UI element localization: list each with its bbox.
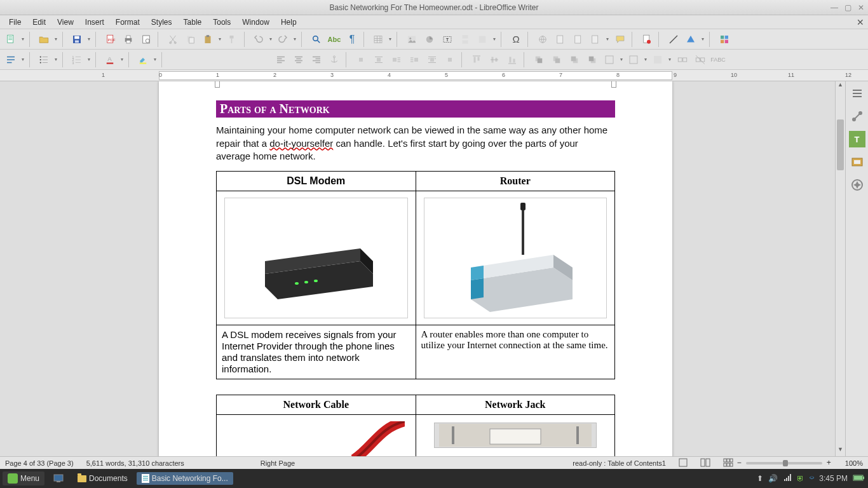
status-word-count[interactable]: 5,611 words, 31,310 characters	[86, 459, 184, 467]
formatting-marks-button[interactable]: ¶	[344, 32, 360, 47]
tray-shield-icon[interactable]: ⛨	[797, 474, 804, 483]
menu-edit[interactable]: Edit	[27, 17, 51, 28]
insert-cross-reference-button	[588, 32, 610, 47]
tray-battery-icon[interactable]	[853, 474, 865, 484]
ruler-tick: 9	[674, 72, 677, 78]
menu-tools[interactable]: Tools	[208, 17, 236, 28]
new-doc-button[interactable]	[4, 32, 25, 47]
ruler-tick: 11	[788, 72, 794, 78]
insert-special-char-button[interactable]: Ω	[508, 32, 524, 47]
ruler-tick: 12	[845, 72, 851, 78]
sidebar-menu-icon[interactable]	[849, 85, 865, 102]
status-readonly: read-only : Table of Contents1	[573, 459, 666, 467]
scroll-down-arrow[interactable]: ▼	[836, 446, 845, 456]
svg-point-79	[295, 282, 299, 285]
svg-rect-93	[679, 459, 687, 466]
track-changes-button[interactable]	[639, 32, 654, 47]
vertical-scrollbar[interactable]: ▲ ▼	[835, 81, 845, 456]
insert-comment-button	[613, 32, 628, 47]
insert-table-button	[371, 32, 393, 47]
menu-styles[interactable]: Styles	[146, 17, 177, 28]
tray-bluetooth-icon[interactable]: ⌔	[810, 474, 814, 483]
highlight-color-button[interactable]	[136, 52, 158, 67]
svg-rect-54	[393, 58, 397, 62]
draw-line-button[interactable]	[666, 32, 681, 47]
show-desktop-button[interactable]	[48, 472, 69, 485]
svg-rect-11	[126, 40, 130, 43]
status-page[interactable]: Page 4 of 33 (Page 3)	[5, 459, 74, 467]
svg-rect-3	[8, 39, 12, 40]
status-multi-icon[interactable]	[723, 458, 733, 468]
router-image	[424, 198, 607, 318]
sidebar-gallery-icon[interactable]	[849, 154, 865, 170]
print-preview-button[interactable]	[139, 32, 154, 47]
document-canvas[interactable]: Parts of a Network Maintaining your home…	[0, 81, 835, 456]
show-draw-functions-button[interactable]	[717, 32, 732, 47]
status-book-icon[interactable]	[700, 458, 710, 468]
svg-rect-19	[207, 35, 210, 37]
wrap-optimal-button	[389, 52, 404, 67]
window-close-button[interactable]: ✕	[858, 3, 864, 12]
sidebar-navigator-icon[interactable]	[849, 177, 865, 193]
zoom-slider[interactable]	[746, 462, 822, 464]
scroll-up-arrow[interactable]: ▲	[836, 81, 845, 92]
tray-volume-icon[interactable]: 🔊	[768, 474, 778, 483]
menu-insert[interactable]: Insert	[80, 17, 109, 28]
bring-forward-button	[549, 52, 564, 67]
sidebar-styles-icon[interactable]: T	[849, 131, 865, 147]
svg-rect-1	[8, 36, 12, 37]
scroll-thumb[interactable]	[837, 119, 844, 170]
align-vertical-top-button	[469, 52, 484, 67]
devices-table-1: DSL Modem Router	[216, 171, 615, 379]
horizontal-ruler[interactable]: 10123456789101112	[0, 70, 868, 81]
sidebar-properties-icon[interactable]	[849, 108, 865, 125]
table-header-dsl: DSL Modem	[217, 171, 416, 191]
insert-footnote-button	[553, 32, 568, 47]
document-close-button[interactable]: ✕	[857, 17, 864, 27]
window-minimize-button[interactable]: —	[831, 3, 838, 12]
taskbar-active-window[interactable]: Basic Networking Fo...	[137, 472, 233, 485]
open-button[interactable]	[37, 32, 58, 47]
table-header-router: Router	[416, 171, 615, 191]
insert-textbox-button[interactable]: T	[440, 32, 455, 47]
menu-window[interactable]: Window	[237, 17, 275, 28]
export-pdf-button[interactable]: PDF	[103, 32, 118, 47]
tray-clock[interactable]: 3:45 PM	[819, 474, 848, 483]
svg-rect-63	[513, 58, 515, 62]
numbered-list-button: 123	[70, 52, 92, 67]
svg-rect-67	[555, 58, 560, 63]
zoom-percent[interactable]: 100%	[845, 459, 863, 467]
tray-updates-icon[interactable]: ⬆	[757, 474, 763, 483]
status-view-icon[interactable]	[679, 458, 688, 468]
taskbar-documents[interactable]: Documents	[72, 472, 133, 485]
start-menu-button[interactable]: Menu	[3, 471, 44, 485]
svg-rect-33	[557, 36, 563, 43]
spellcheck-button[interactable]: Abc	[327, 32, 342, 47]
image-cell-jack	[416, 414, 615, 456]
paragraph-style-button[interactable]	[4, 52, 25, 67]
system-tray: ⬆ 🔊 ⛨ ⌔ 3:45 PM	[757, 473, 865, 484]
svg-rect-56	[430, 58, 434, 62]
print-button[interactable]	[121, 32, 136, 47]
align-right-button	[309, 52, 324, 67]
ruler-tick: 3	[330, 72, 334, 78]
basic-shapes-button[interactable]	[684, 32, 705, 47]
bullet-list-button[interactable]	[37, 52, 58, 67]
wrap-right-button	[424, 52, 440, 67]
window-maximize-button[interactable]: ▢	[844, 3, 851, 12]
menu-format[interactable]: Format	[111, 17, 145, 28]
menu-file[interactable]: File	[4, 17, 26, 28]
tray-network-icon[interactable]	[783, 473, 792, 484]
intro-paragraph: Maintaining your home computer network c…	[216, 124, 615, 163]
svg-rect-29	[463, 35, 468, 38]
image-cell-router	[416, 191, 615, 325]
save-button[interactable]	[70, 32, 92, 47]
menu-table[interactable]: Table	[179, 17, 207, 28]
status-bar: Page 4 of 33 (Page 3) 5,611 words, 31,31…	[0, 456, 868, 469]
wrap-left-button	[407, 52, 422, 67]
menu-help[interactable]: Help	[276, 17, 302, 28]
find-replace-button[interactable]	[309, 32, 324, 47]
status-page-style[interactable]: Right Page	[261, 459, 295, 467]
svg-rect-74	[654, 56, 661, 64]
menu-view[interactable]: View	[52, 17, 79, 28]
